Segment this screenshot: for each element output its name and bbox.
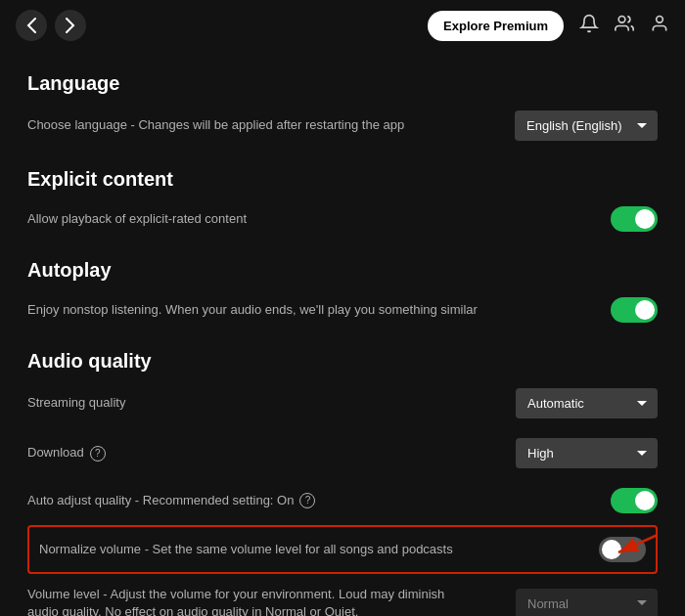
topbar-right: Explore Premium (428, 11, 669, 41)
auto-adjust-row: Auto adjust quality - Recommended settin… (27, 478, 658, 523)
explicit-row: Allow playback of explicit-rated content (27, 197, 658, 242)
user-profile-button[interactable] (650, 14, 669, 38)
auto-adjust-toggle[interactable] (611, 488, 658, 513)
volume-level-row: Volume level - Adjust the volume for you… (27, 576, 658, 616)
autoplay-toggle[interactable] (611, 297, 658, 323)
back-button[interactable] (16, 10, 47, 41)
settings-content: Language Choose language - Changes will … (0, 51, 685, 616)
normalize-volume-toggle[interactable] (599, 537, 646, 562)
svg-point-0 (618, 16, 625, 22)
explore-premium-button[interactable]: Explore Premium (428, 11, 564, 41)
download-dropdown-wrapper: High (516, 438, 658, 468)
friends-button[interactable] (615, 14, 634, 38)
streaming-quality-row: Streaming quality Automatic (27, 378, 658, 428)
download-label: Download ? (27, 444, 478, 462)
download-info-icon[interactable]: ? (90, 446, 106, 462)
nav-arrows (16, 10, 86, 41)
normalize-volume-highlighted-container: Normalize volume - Set the same volume l… (27, 525, 658, 574)
streaming-quality-dropdown[interactable]: Automatic (516, 388, 658, 418)
audio-quality-section-title: Audio quality (27, 350, 658, 373)
auto-adjust-info-icon[interactable]: ? (299, 493, 315, 508)
normalize-volume-row: Normalize volume - Set the same volume l… (39, 535, 646, 564)
streaming-quality-label: Streaming quality (27, 394, 478, 412)
normalize-volume-label: Normalize volume - Set the same volume l… (39, 541, 489, 558)
language-row: Choose language - Changes will be applie… (27, 101, 658, 151)
autoplay-row: Enjoy nonstop listening. When your audio… (27, 287, 658, 332)
download-dropdown[interactable]: High (516, 438, 658, 468)
explicit-desc: Allow playback of explicit-rated content (27, 210, 478, 228)
explicit-section-title: Explicit content (27, 168, 658, 191)
forward-button[interactable] (55, 10, 86, 41)
topbar: Explore Premium (0, 0, 685, 51)
autoplay-section-title: Autoplay (27, 259, 658, 282)
volume-level-label: Volume level - Adjust the volume for you… (27, 586, 478, 616)
language-desc: Choose language - Changes will be applie… (27, 116, 478, 134)
explicit-toggle[interactable] (611, 206, 658, 232)
streaming-quality-dropdown-wrapper: Automatic (516, 388, 658, 418)
volume-level-dropdown[interactable]: Normal (516, 589, 658, 616)
language-dropdown[interactable]: English (English) (515, 110, 658, 141)
language-dropdown-wrapper: English (English) (515, 110, 658, 141)
svg-point-1 (657, 16, 663, 22)
volume-level-dropdown-wrapper: Normal (516, 589, 658, 616)
auto-adjust-label: Auto adjust quality - Recommended settin… (27, 492, 478, 509)
language-section-title: Language (27, 72, 658, 95)
download-row: Download ? High (27, 428, 658, 478)
notifications-button[interactable] (579, 14, 599, 38)
autoplay-desc: Enjoy nonstop listening. When your audio… (27, 301, 478, 319)
